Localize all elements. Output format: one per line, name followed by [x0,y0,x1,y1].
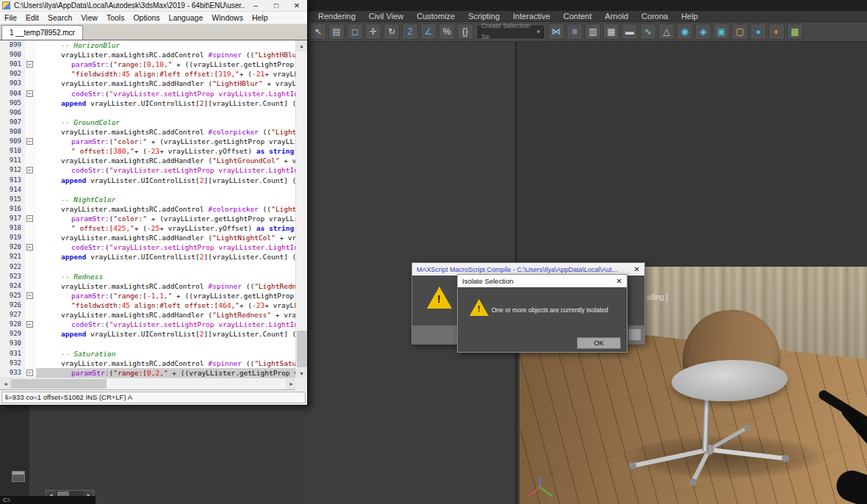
fold-marker-icon[interactable]: − [26,167,33,173]
toggle-scene-explorer-icon[interactable]: ▥ [585,24,601,40]
editor-menu-windows[interactable]: Windows [207,13,248,22]
minimize-icon[interactable]: – [245,1,266,10]
code-line-908[interactable]: 908vrayLLister.maxLightsRC.addControl #c… [0,127,297,137]
code-line-904[interactable]: 904−codeStr:("vrayLLister.setLightProp v… [0,89,297,98]
max-menu-arnold[interactable]: Arnold [598,11,635,21]
code-line-907[interactable]: 907-- GroundColor [0,118,297,127]
scroll-up-icon[interactable]: ▲ [296,40,307,51]
angle-snap-icon[interactable]: ∠ [420,24,436,40]
ok-button[interactable]: OK [577,337,621,349]
fold-marker-icon[interactable]: − [26,90,33,97]
fold-marker-icon[interactable]: − [26,61,33,68]
code-line-914[interactable]: 914 [0,185,297,195]
select-and-move-icon[interactable]: ✛ [365,24,381,40]
fold-marker-icon[interactable]: − [26,292,33,299]
code-line-928[interactable]: 928−codeStr:("vrayLLister.setLightProp v… [0,320,297,329]
render-setup-icon[interactable]: ▣ [713,24,730,40]
code-line-901[interactable]: 901−paramStr:("range:[0,10," + ((vrayLLi… [0,60,297,69]
align-icon[interactable]: ≡ [566,24,583,40]
fold-marker-icon[interactable]: − [26,321,33,328]
mirror-icon[interactable]: ⋈ [548,24,564,40]
editor-menu-view[interactable]: View [76,13,102,22]
max-menu-corona[interactable]: Corona [635,11,674,21]
code-line-921[interactable]: 921append vrayLLister.UIControlList[2][v… [0,252,297,262]
named-selection-sets-dropdown[interactable]: Create Selection Se ▾ [478,26,544,38]
editor-menu-help[interactable]: Help [248,13,273,22]
max-menu-help[interactable]: Help [674,11,705,21]
rectangular-selection-region-icon[interactable]: ◻ [347,24,363,40]
curve-editor-icon[interactable]: ∿ [640,24,656,40]
material-map-browser-icon[interactable]: ◈ [695,24,711,40]
background-window-title[interactable]: C:\ [0,496,96,504]
code-line-932[interactable]: 932vrayLLister.maxLightsRC.addControl #s… [0,359,297,368]
edit-named-selection-sets-icon[interactable]: {} [457,24,473,40]
code-line-930[interactable]: 930 [0,339,297,348]
fold-marker-icon[interactable]: − [26,215,33,222]
code-line-902[interactable]: 902"fieldwidth:45 align:#left offset:[31… [0,69,297,79]
max-menu-civil-view[interactable]: Civil View [362,11,410,21]
code-line-931[interactable]: 931-- Saturation [0,349,297,359]
code-line-933[interactable]: 933−paramStr:("range:[0,2," + ((vrayLLis… [0,368,297,378]
scroll-left-icon[interactable]: ◄ [0,378,11,389]
code-line-927[interactable]: 927vrayLLister.maxLightsRC.addHandler ("… [0,310,297,320]
code-line-919[interactable]: 919vrayLLister.maxLightsRC.addHandler ("… [0,233,297,242]
close-icon[interactable]: ✕ [630,265,640,273]
editor-menu-file[interactable]: File [0,13,21,22]
close-icon[interactable]: ✕ [612,277,622,285]
percent-snap-icon[interactable]: % [439,24,455,40]
code-line-917[interactable]: 917−paramStr:("color:" + (vrayLLister.ge… [0,214,297,223]
code-line-918[interactable]: 918" offset:[425,"+ (-25+ vrayLLister.yO… [0,223,297,233]
code-line-916[interactable]: 916vrayLLister.maxLightsRC.addControl #c… [0,204,297,214]
horizontal-scrollbar[interactable]: ◄ ► [0,378,297,389]
h-scroll-track[interactable] [11,378,286,389]
schematic-view-icon[interactable]: △ [658,24,674,40]
code-line-900[interactable]: 900vrayLLister.maxLightsRC.addControl #s… [0,50,297,60]
fold-marker-icon[interactable]: − [26,138,33,145]
code-area[interactable]: 899-- HorizonBlur900vrayLLister.maxLight… [0,40,297,378]
h-scroll-thumb[interactable] [11,379,107,389]
snap-toggle-icon[interactable]: 2 [402,24,418,40]
code-line-899[interactable]: 899-- HorizonBlur [0,40,297,50]
rendered-frame-window-icon[interactable]: ▢ [732,24,748,40]
viewport-label-fragment[interactable]: ading ] [646,293,668,301]
render-iterative-icon[interactable]: ◐ [769,24,785,40]
code-line-925[interactable]: 925−paramStr:("range:[-1,1," + ((vrayLLi… [0,291,297,300]
fold-marker-icon[interactable]: − [26,370,33,376]
code-line-910[interactable]: 910" offset:[380,"+ (-23+ vrayLLister.yO… [0,146,297,156]
editor-menu-language[interactable]: Language [165,13,208,22]
toggle-layer-explorer-icon[interactable]: ▦ [603,24,619,40]
isolate-dialog-titlebar[interactable]: Isolate Selection ✕ [458,275,627,287]
select-and-rotate-icon[interactable]: ↻ [384,24,400,40]
code-line-903[interactable]: 903vrayLLister.maxLightsRC.addHandler ("… [0,79,297,88]
minimized-window-icon[interactable] [12,471,25,482]
code-line-905[interactable]: 905append vrayLLister.UIControlList[2][v… [0,98,297,108]
code-line-924[interactable]: 924vrayLLister.maxLightsRC.addControl #s… [0,281,297,291]
editor-tab[interactable]: 1 __temp78952.mcr [1,25,83,40]
material-editor-icon[interactable]: ◉ [677,24,693,40]
render-production-icon[interactable]: ● [750,24,766,40]
vertical-scrollbar[interactable]: ▲ ▼ [295,40,307,379]
max-menu-interactive[interactable]: Interactive [506,11,557,21]
select-object-icon[interactable]: ↖ [310,24,326,40]
code-line-915[interactable]: 915-- NightColor [0,195,297,204]
max-menu-scripting[interactable]: Scripting [461,11,506,21]
editor-menu-tools[interactable]: Tools [102,13,129,22]
code-line-912[interactable]: 912−codeStr:("vrayLLister.setLightProp v… [0,165,297,175]
code-line-923[interactable]: 923-- Redness [0,272,297,281]
ok-button-partial[interactable] [628,328,641,341]
maximize-icon[interactable]: □ [266,1,287,10]
select-by-name-icon[interactable]: ▤ [328,24,345,40]
editor-menu-options[interactable]: Options [129,13,164,22]
max-menu-rendering[interactable]: Rendering [312,11,362,21]
code-line-929[interactable]: 929append vrayLLister.UIControlList[2][v… [0,329,297,339]
code-line-911[interactable]: 911vrayLLister.maxLightsRC.addHandler ("… [0,156,297,165]
code-line-906[interactable]: 906 [0,108,297,118]
code-line-920[interactable]: 920−codeStr:("vrayLLister.setLightProp v… [0,242,297,252]
code-line-922[interactable]: 922 [0,262,297,272]
fold-marker-icon[interactable]: − [26,244,33,251]
toggle-ribbon-icon[interactable]: ▬ [622,24,638,40]
code-line-926[interactable]: 926"fieldwidth:45 align:#left offset:[46… [0,300,297,310]
state-sets-icon[interactable]: ▩ [787,24,803,40]
code-line-913[interactable]: 913append vrayLLister.UIControlList[2][v… [0,176,297,185]
max-menu-content[interactable]: Content [557,11,599,21]
